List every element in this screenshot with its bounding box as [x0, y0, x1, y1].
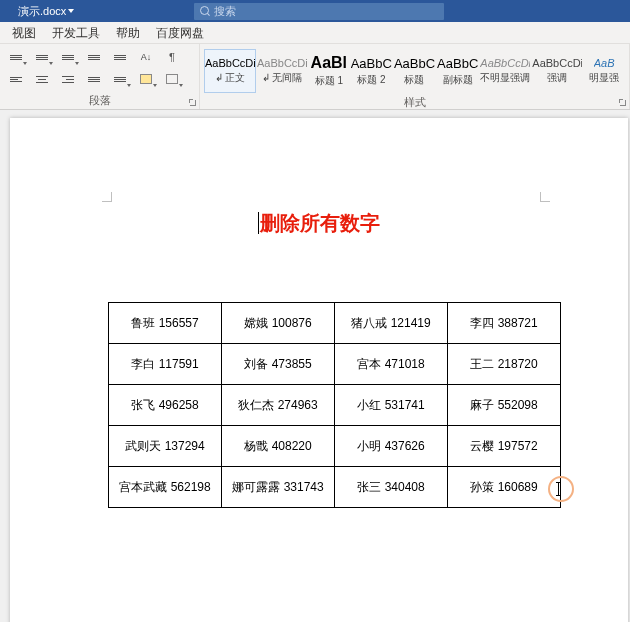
decrease-indent-button[interactable] — [82, 47, 106, 67]
table-row: 鲁班 156557嫦娥 100876猪八戒 121419李四 388721 — [109, 303, 561, 344]
document-canvas[interactable]: 删除所有数字 鲁班 156557嫦娥 100876猪八戒 121419李四 38… — [0, 110, 630, 622]
show-marks-button[interactable]: ¶ — [160, 47, 184, 67]
table-row: 宫本武藏 562198娜可露露 331743张三 340408孙策 160689 — [109, 467, 561, 508]
table-cell[interactable]: 娜可露露 331743 — [222, 467, 335, 508]
table-row: 武则天 137294杨戬 408220小明 437626云樱 197572 — [109, 426, 561, 467]
group-paragraph: A↓ ¶ 段落 — [0, 44, 200, 109]
style-preview: AaBbC — [351, 56, 392, 71]
tab-baidu-netdisk[interactable]: 百度网盘 — [148, 22, 212, 44]
table-cell[interactable]: 小红 531741 — [335, 385, 448, 426]
style-item[interactable]: AaBbC副标题 — [436, 49, 479, 93]
table-cell[interactable]: 刘备 473855 — [222, 344, 335, 385]
style-preview: AaBbCcDi — [257, 57, 307, 69]
group-styles: AaBbCcDi↲ 正文AaBbCcDi↲ 无间隔AaBl标题 1AaBbC标题… — [200, 44, 630, 109]
style-preview: AaBl — [311, 54, 347, 72]
table-cell[interactable]: 孙策 160689 — [448, 467, 561, 508]
numbering-button[interactable] — [30, 47, 54, 67]
styles-dialog-launcher-icon[interactable] — [619, 99, 627, 107]
style-preview: AaBbC — [437, 56, 478, 71]
table-cell[interactable]: 宫本 471018 — [335, 344, 448, 385]
style-preview: AaBbC — [394, 56, 435, 71]
style-preview: AaBbCcDi — [205, 57, 255, 69]
table-cell[interactable]: 武则天 137294 — [109, 426, 222, 467]
table-cell[interactable]: 嫦娥 100876 — [222, 303, 335, 344]
style-name: 强调 — [547, 71, 567, 85]
style-item[interactable]: AaBbCcDi不明显强调 — [479, 49, 531, 93]
tab-developer[interactable]: 开发工具 — [44, 22, 108, 44]
style-name: 标题 1 — [315, 74, 343, 88]
table-cell[interactable]: 杨戬 408220 — [222, 426, 335, 467]
styles-gallery[interactable]: AaBbCcDi↲ 正文AaBbCcDi↲ 无间隔AaBl标题 1AaBbC标题… — [204, 47, 625, 93]
paragraph-dialog-launcher-icon[interactable] — [189, 99, 197, 107]
search-placeholder: 搜索 — [214, 4, 236, 19]
styles-group-label: 样式 — [204, 93, 625, 111]
borders-button[interactable] — [160, 69, 184, 89]
table-cell[interactable]: 猪八戒 121419 — [335, 303, 448, 344]
line-spacing-button[interactable] — [108, 69, 132, 89]
style-item[interactable]: AaBl标题 1 — [308, 49, 350, 93]
style-preview: AaBbCcDi — [480, 57, 530, 69]
style-preview: AaBbCcDi — [532, 57, 582, 69]
style-item[interactable]: AaB明显强 — [583, 49, 625, 93]
mouse-ibeam-cursor-icon — [558, 482, 559, 496]
title-bar: 演示.docx 搜索 — [0, 0, 630, 22]
bullets-button[interactable] — [4, 47, 28, 67]
table-row: 张飞 496258狄仁杰 274963小红 531741麻子 552098 — [109, 385, 561, 426]
style-preview: AaB — [594, 57, 615, 69]
title-dropdown-icon[interactable] — [68, 9, 74, 13]
ribbon-tabs: 视图 开发工具 帮助 百度网盘 — [0, 22, 630, 44]
style-name: 标题 2 — [357, 73, 385, 87]
table-cell[interactable]: 张三 340408 — [335, 467, 448, 508]
tab-view[interactable]: 视图 — [4, 22, 44, 44]
table-cell[interactable]: 鲁班 156557 — [109, 303, 222, 344]
table-cell[interactable]: 宫本武藏 562198 — [109, 467, 222, 508]
table-cell[interactable]: 麻子 552098 — [448, 385, 561, 426]
ribbon: A↓ ¶ 段落 AaBbCcDi↲ 正文AaBbCcDi↲ 无间隔AaBl标题 … — [0, 44, 630, 110]
table-row: 李白 117591刘备 473855宫本 471018王二 218720 — [109, 344, 561, 385]
table-cell[interactable]: 王二 218720 — [448, 344, 561, 385]
shading-button[interactable] — [134, 69, 158, 89]
style-name: ↲ 正文 — [215, 71, 246, 85]
style-item[interactable]: AaBbCcDi强调 — [531, 49, 583, 93]
tab-help[interactable]: 帮助 — [108, 22, 148, 44]
align-left-button[interactable] — [4, 69, 28, 89]
search-icon — [200, 6, 210, 16]
table-cell[interactable]: 狄仁杰 274963 — [222, 385, 335, 426]
table-cell[interactable]: 小明 437626 — [335, 426, 448, 467]
style-name: 不明显强调 — [480, 71, 530, 85]
style-name: 明显强 — [589, 71, 619, 85]
style-name: ↲ 无间隔 — [262, 71, 303, 85]
page[interactable]: 删除所有数字 鲁班 156557嫦娥 100876猪八戒 121419李四 38… — [10, 118, 628, 622]
paragraph-group-label: 段落 — [4, 91, 195, 109]
table-cell[interactable]: 张飞 496258 — [109, 385, 222, 426]
search-field[interactable]: 搜索 — [194, 3, 444, 20]
data-table[interactable]: 鲁班 156557嫦娥 100876猪八戒 121419李四 388721李白 … — [108, 302, 561, 508]
increase-indent-button[interactable] — [108, 47, 132, 67]
crop-mark-top-right — [540, 192, 550, 202]
document-heading[interactable]: 删除所有数字 — [10, 210, 628, 237]
table-cell[interactable]: 李四 388721 — [448, 303, 561, 344]
text-cursor — [258, 212, 259, 234]
table-cell[interactable]: 云樱 197572 — [448, 426, 561, 467]
justify-button[interactable] — [82, 69, 106, 89]
multilevel-list-button[interactable] — [56, 47, 80, 67]
style-item[interactable]: AaBbCcDi↲ 正文 — [204, 49, 256, 93]
style-name: 标题 — [404, 73, 424, 87]
document-title: 演示.docx — [0, 4, 66, 19]
crop-mark-top-left — [102, 192, 112, 202]
style-item[interactable]: AaBbC标题 2 — [350, 49, 393, 93]
sort-button[interactable]: A↓ — [134, 47, 158, 67]
style-item[interactable]: AaBbC标题 — [393, 49, 436, 93]
align-right-button[interactable] — [56, 69, 80, 89]
table-cell[interactable]: 李白 117591 — [109, 344, 222, 385]
align-center-button[interactable] — [30, 69, 54, 89]
style-item[interactable]: AaBbCcDi↲ 无间隔 — [256, 49, 308, 93]
style-name: 副标题 — [443, 73, 473, 87]
